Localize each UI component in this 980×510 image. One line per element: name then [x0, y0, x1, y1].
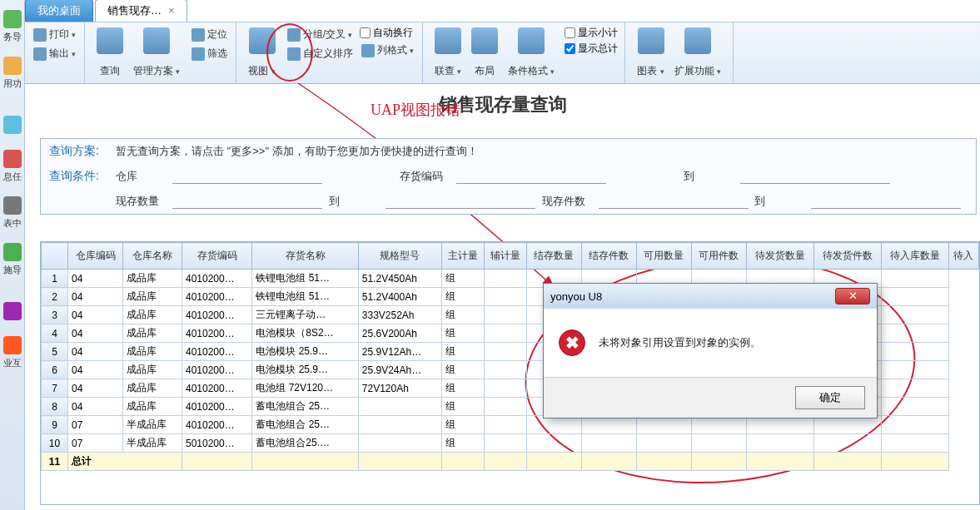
link-icon [435, 27, 461, 54]
colstyle-button[interactable]: 列格式▾ [360, 42, 415, 59]
locate-icon [192, 28, 205, 42]
left-sidebar: 务导 用功 息任 表中 施导 业互 [0, 0, 25, 510]
col-header[interactable]: 主计量 [441, 243, 484, 270]
pieces-input[interactable] [599, 194, 749, 209]
qty-to-input[interactable] [386, 194, 535, 209]
cond-label: 查询条件: [49, 169, 116, 184]
annotation-text: UAP视图报错 [371, 100, 460, 120]
sb-item-7[interactable] [1, 280, 24, 326]
autowrap-check[interactable]: 自动换行 [360, 26, 415, 40]
invcode-input[interactable] [456, 169, 606, 184]
scheme-button[interactable]: 管理方案 ▾ [128, 26, 185, 80]
column-icon [361, 44, 375, 57]
warehouse-input[interactable] [172, 169, 322, 184]
filter-button[interactable]: 筛选 [190, 45, 229, 62]
sb-item-5[interactable]: 表中 [1, 187, 24, 233]
page-title: 销售现存量查询 [25, 84, 980, 121]
tab-sales-stock[interactable]: 销售现存…× [95, 0, 187, 22]
export-button[interactable]: 输出▾ [32, 45, 77, 62]
sb-icon [3, 243, 22, 261]
chart-icon [638, 27, 664, 54]
locate-button[interactable]: 定位 [190, 26, 229, 43]
sb-icon [3, 336, 22, 354]
layout-icon [471, 27, 498, 54]
error-dialog: yonyou U8 ✕ ✖ 未将对象引用设置到对象的实例。 确定 [543, 283, 878, 418]
qty-input[interactable] [172, 194, 322, 209]
col-header[interactable]: 仓库名称 [123, 243, 182, 270]
ext-icon [684, 27, 711, 54]
col-header[interactable]: 待发货件数 [813, 243, 881, 270]
subtotal-check[interactable]: 显示小计 [565, 26, 618, 40]
sb-item-1[interactable]: 务导 [1, 1, 24, 47]
dialog-message: 未将对象引用设置到对象的实例。 [599, 335, 761, 350]
ribbon: 打印▾ 输出▾ 查询 管理方案 ▾ 定位 筛选 视图 ▾ 分组/交叉▾ 自定义排… [25, 22, 980, 84]
condfmt-button[interactable]: 条件格式 ▾ [503, 26, 560, 80]
printer-icon [33, 28, 47, 42]
close-icon[interactable]: × [168, 4, 175, 17]
col-header[interactable]: 待发货数量 [746, 243, 813, 270]
dialog-titlebar[interactable]: yonyou U8 ✕ [544, 284, 877, 309]
query-panel: 查询方案: 暂无查询方案，请点击 "更多>>" 添加，有助于您更加方便快捷的进行… [40, 138, 977, 215]
chart-button[interactable]: 图表 ▾ [632, 26, 669, 80]
col-header[interactable]: 规格型号 [358, 243, 441, 270]
col-header[interactable]: 存货名称 [252, 243, 358, 270]
scheme-label: 查询方案: [49, 144, 116, 159]
invcode-to-input[interactable] [740, 169, 890, 184]
ext-button[interactable]: 扩展功能 ▾ [669, 26, 726, 80]
sb-item-3[interactable] [1, 94, 24, 140]
sb-icon [3, 116, 22, 134]
linkquery-button[interactable]: 联查 ▾ [430, 26, 466, 80]
sb-icon [3, 196, 22, 215]
sb-icon [3, 150, 22, 168]
condfmt-icon [518, 27, 545, 54]
sb-icon [3, 302, 22, 320]
col-header[interactable]: 结存件数 [581, 243, 636, 270]
group-icon [287, 28, 301, 42]
export-icon [33, 47, 47, 61]
col-header[interactable]: 辅计量 [484, 243, 526, 270]
col-header[interactable]: 仓库编码 [68, 243, 123, 270]
dialog-title: yonyou U8 [550, 290, 602, 303]
view-icon [249, 27, 276, 54]
col-header[interactable]: 存货编码 [182, 243, 251, 270]
tab-desktop[interactable]: 我的桌面 [25, 0, 93, 22]
sb-icon [3, 57, 22, 75]
scheme-hint: 暂无查询方案，请点击 "更多>>" 添加，有助于您更加方便快捷的进行查询！ [116, 144, 478, 159]
filter-icon [192, 47, 205, 61]
group-button[interactable]: 分组/交叉▾ [286, 26, 355, 43]
col-header[interactable]: 可用数量 [636, 243, 691, 270]
grandtotal-check[interactable]: 显示总计 [565, 42, 618, 56]
sb-item-2[interactable]: 用功 [1, 47, 24, 93]
view-button[interactable]: 视图 ▾ [243, 26, 280, 80]
sb-item-4[interactable]: 息任 [1, 141, 24, 186]
col-header[interactable]: 待入库数量 [881, 243, 948, 270]
table-row[interactable]: 1007半成品库5010200…蓄电池组合25.…组 [42, 434, 979, 453]
sort-icon [287, 47, 301, 61]
search-icon [97, 27, 123, 54]
close-button[interactable]: ✕ [835, 288, 870, 305]
ok-button[interactable]: 确定 [795, 386, 865, 409]
query-button[interactable]: 查询 [92, 26, 128, 80]
sb-item-8[interactable]: 业互 [1, 327, 24, 373]
print-button[interactable]: 打印▾ [32, 26, 77, 43]
sort-button[interactable]: 自定义排序 [286, 45, 355, 62]
col-header[interactable]: 结存数量 [526, 243, 581, 270]
layout-button[interactable]: 布局 [466, 26, 503, 80]
col-header[interactable]: 待入 [948, 243, 978, 270]
error-icon: ✖ [559, 329, 585, 356]
pieces-to-input[interactable] [811, 194, 961, 209]
tab-bar: 我的桌面 销售现存…× [25, 0, 189, 22]
scheme-icon [143, 27, 170, 54]
sb-item-6[interactable]: 施导 [1, 234, 24, 280]
sb-icon [3, 10, 22, 28]
col-rownum[interactable] [42, 243, 68, 270]
col-header[interactable]: 可用件数 [691, 243, 746, 270]
total-row[interactable]: 11总计 [42, 453, 979, 471]
